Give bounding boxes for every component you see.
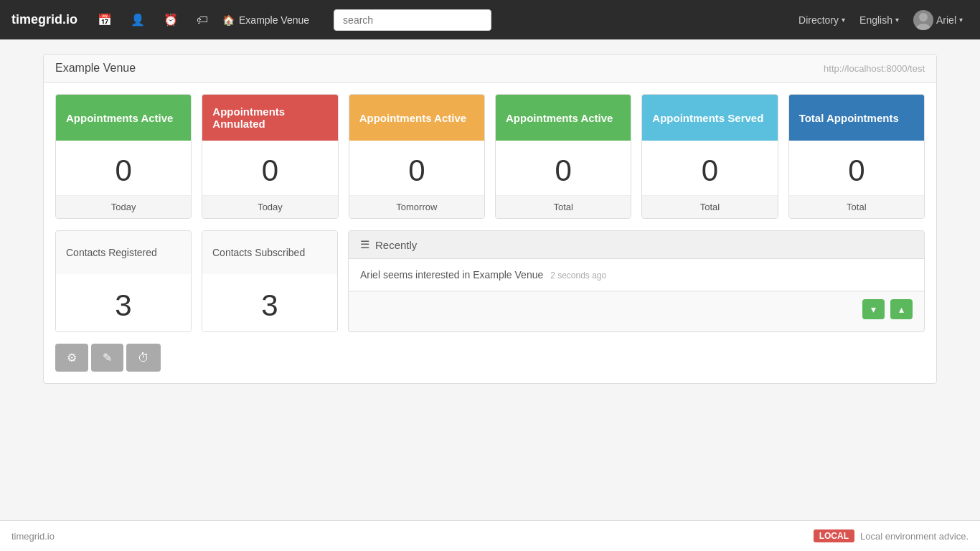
stat-card-body-0: 0 — [56, 141, 191, 195]
contact-card-subscribed: Contacts Subscribed 3 — [202, 230, 338, 332]
recently-title: Recently — [375, 239, 417, 251]
recently-item: Ariel seems interested in Example Venue … — [349, 259, 924, 291]
stat-card-header-0: Appointments Active — [56, 95, 191, 141]
user-label: Ariel — [936, 14, 956, 26]
stat-card-header-3: Appointments Active — [496, 95, 631, 141]
search-container — [334, 9, 491, 31]
stat-card-footer-0: Today — [56, 195, 191, 218]
clock-icon[interactable]: ⏰ — [159, 10, 182, 29]
stat-card-value-1: 0 — [202, 154, 337, 188]
contact-subscribed-body: 3 — [202, 274, 337, 331]
panel-body: Appointments Active 0 Today Appointments… — [44, 83, 936, 383]
stat-card-header-5: Total Appointments — [789, 95, 924, 141]
user-icon[interactable]: 👤 — [126, 10, 149, 29]
directory-label: Directory — [798, 14, 839, 26]
stat-card-active-tomorrow: Appointments Active 0 Tomorrow — [349, 94, 485, 219]
search-input[interactable] — [334, 9, 491, 31]
avatar — [913, 10, 933, 30]
stat-card-value-5: 0 — [789, 154, 924, 188]
stat-card-footer-1: Today — [202, 195, 337, 218]
contact-registered-value: 3 — [56, 288, 191, 323]
stat-card-header-1: Appointments Annulated — [202, 95, 337, 141]
recently-panel: ☰ Recently Ariel seems interested in Exa… — [348, 230, 925, 332]
svg-point-0 — [919, 13, 928, 22]
stat-card-footer-4: Total — [642, 195, 777, 218]
stat-card-total-total: Total Appointments 0 Total — [788, 94, 925, 219]
recently-footer: ▾ ▴ — [349, 291, 924, 326]
stat-card-header-4: Appointments Served — [642, 95, 777, 141]
recently-list-icon: ☰ — [360, 238, 369, 251]
clock-toolbar-button[interactable]: ⏱ — [126, 344, 161, 372]
stat-card-body-2: 0 — [349, 141, 484, 195]
recently-header: ☰ Recently — [349, 231, 924, 259]
stat-card-footer-5: Total — [789, 195, 924, 218]
edit-button[interactable]: ✎ — [91, 344, 123, 372]
contact-subscribed-label: Contacts Subscribed — [202, 231, 337, 274]
stat-card-footer-2: Tomorrow — [349, 195, 484, 218]
brand-logo[interactable]: timegrid.io — [11, 12, 77, 27]
stat-card-active-today: Appointments Active 0 Today — [55, 94, 192, 219]
main-panel: Example Venue http://localhost:8000/test… — [43, 54, 937, 384]
recently-body: Ariel seems interested in Example Venue … — [349, 259, 924, 291]
contact-card-registered: Contacts Registered 3 — [55, 230, 192, 332]
stat-card-body-5: 0 — [789, 141, 924, 195]
stat-card-served-total: Appointments Served 0 Total — [641, 94, 778, 219]
main-content: Example Venue http://localhost:8000/test… — [0, 39, 980, 410]
stat-card-value-3: 0 — [496, 154, 631, 188]
stat-card-active-total: Appointments Active 0 Total — [495, 94, 631, 219]
panel-header: Example Venue http://localhost:8000/test — [44, 55, 936, 83]
tag-icon[interactable]: 🏷 — [192, 11, 212, 29]
stat-card-annulated-today: Appointments Annulated 0 Today — [202, 94, 338, 219]
language-caret: ▾ — [895, 16, 899, 24]
stat-card-body-4: 0 — [642, 141, 777, 195]
recently-item-time: 2 seconds ago — [550, 270, 606, 281]
stat-card-value-4: 0 — [642, 154, 777, 188]
bottom-row: Contacts Registered 3 Contacts Subscribe… — [55, 230, 925, 332]
stat-card-body-1: 0 — [202, 141, 337, 195]
settings-button[interactable]: ⚙ — [55, 344, 88, 372]
home-icon: 🏠 — [222, 14, 235, 26]
panel-url: http://localhost:8000/test — [824, 63, 925, 74]
stat-card-value-0: 0 — [56, 154, 191, 188]
venue-label: Example Venue — [239, 14, 309, 26]
language-label: English — [859, 14, 892, 26]
language-button[interactable]: English ▾ — [854, 11, 905, 29]
calendar-icon[interactable]: 📅 — [93, 10, 116, 29]
panel-title: Example Venue — [55, 62, 136, 75]
stat-card-value-2: 0 — [349, 154, 484, 188]
navbar: timegrid.io 📅 👤 ⏰ 🏷 🏠 Example Venue Dire… — [0, 0, 980, 39]
directory-button[interactable]: Directory ▾ — [793, 11, 851, 29]
recently-item-text: Ariel seems interested in Example Venue — [360, 269, 543, 281]
recently-down-button[interactable]: ▾ — [862, 299, 885, 319]
bottom-toolbar: ⚙ ✎ ⏱ — [55, 344, 925, 372]
stat-card-header-2: Appointments Active — [349, 95, 484, 141]
contact-registered-label: Contacts Registered — [56, 231, 191, 274]
svg-point-1 — [916, 24, 930, 30]
navbar-right: Directory ▾ English ▾ Ariel ▾ — [793, 7, 969, 33]
contact-registered-body: 3 — [56, 274, 191, 331]
user-caret: ▾ — [959, 16, 963, 24]
recently-up-button[interactable]: ▴ — [890, 299, 913, 319]
stats-row: Appointments Active 0 Today Appointments… — [55, 94, 925, 219]
stat-card-footer-3: Total — [496, 195, 631, 218]
user-menu-button[interactable]: Ariel ▾ — [908, 7, 969, 33]
stat-card-body-3: 0 — [496, 141, 631, 195]
directory-caret: ▾ — [842, 16, 845, 24]
venue-selector[interactable]: 🏠 Example Venue — [222, 14, 309, 26]
contact-subscribed-value: 3 — [202, 288, 337, 323]
